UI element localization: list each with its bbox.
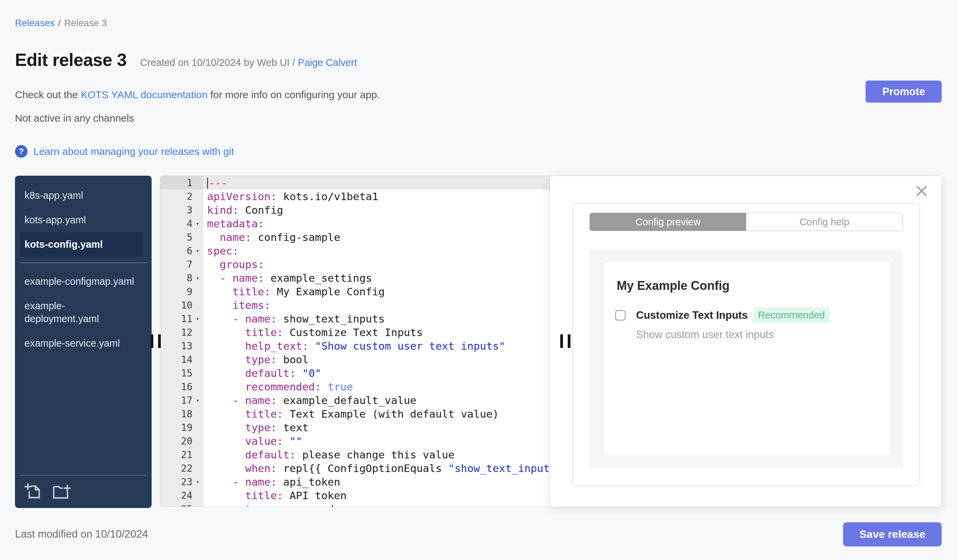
code-line-12[interactable]: title: Customize Text Inputs <box>203 326 551 339</box>
docs-line: Check out the KOTS YAML documentation fo… <box>15 89 380 101</box>
code-line-25[interactable]: type: password <box>203 502 551 507</box>
git-help-row: ? Learn about managing your releases wit… <box>15 145 234 158</box>
gutter-line-22: 22 <box>160 462 203 475</box>
sidebar-file-kots-app.yaml[interactable]: kots-app.yaml <box>21 207 143 232</box>
code-line-1[interactable]: --- <box>203 176 551 190</box>
sidebar-file-k8s-app.yaml[interactable]: k8s-app.yaml <box>21 183 143 207</box>
gutter-line-20: 20 <box>160 434 203 448</box>
breadcrumb: Releases/Release 3 <box>15 18 107 28</box>
gutter-line-19: 19 <box>160 421 203 434</box>
title-row: Edit release 3 Created on 10/10/2024 by … <box>15 50 357 70</box>
gutter-line-24: 24 <box>160 489 203 502</box>
code-line-23[interactable]: - name: api_token <box>203 475 551 489</box>
config-group-card: My Example Config Customize Text Inputs … <box>604 262 890 455</box>
code-line-14[interactable]: type: bool <box>203 353 551 366</box>
code-line-3[interactable]: kind: Config <box>203 203 551 217</box>
created-on-text: Created on 10/10/2024 by Web UI / Paige … <box>140 57 357 68</box>
config-preview-panel: Config preview Config help My Example Co… <box>550 176 942 507</box>
page-title: Edit release 3 <box>15 50 127 70</box>
text-cursor <box>207 178 208 188</box>
code-line-4[interactable]: metadata: <box>203 217 551 230</box>
gutter-line-15: 15 <box>160 366 203 380</box>
code-line-20[interactable]: value: "" <box>203 434 551 448</box>
question-mark-icon: ? <box>15 145 27 158</box>
config-item-help-text: Show custom user text inputs <box>636 329 890 341</box>
fold-toggle-icon[interactable]: ▾ <box>192 220 203 227</box>
gutter-line-5: 5 <box>160 230 203 244</box>
tab-config-preview[interactable]: Config preview <box>590 213 746 231</box>
add-file-icon[interactable] <box>24 483 41 499</box>
add-folder-icon[interactable] <box>53 483 71 499</box>
sidebar-resize-handle[interactable] <box>151 334 161 348</box>
config-item-label: Customize Text Inputs <box>636 309 747 321</box>
breadcrumb-releases-link[interactable]: Releases <box>15 18 55 28</box>
gutter-line-21: 21 <box>160 448 203 462</box>
docs-suffix: for more info on configuring your app. <box>207 89 380 100</box>
breadcrumb-separator: / <box>58 18 61 28</box>
breadcrumb-current: Release 3 <box>64 18 107 28</box>
gutter-line-14: 14 <box>160 353 203 366</box>
panel-resize-handle[interactable] <box>560 334 571 348</box>
author-link[interactable]: Paige Calvert <box>298 57 357 68</box>
gutter-line-1: 1 <box>160 176 203 190</box>
gutter-line-7: 7 <box>160 258 203 271</box>
editor-gutter: 1234▾56▾78▾91011▾121314151617▾1819202122… <box>160 176 203 507</box>
code-line-17[interactable]: - name: example_default_value <box>203 394 551 407</box>
config-group-title: My Example Config <box>617 278 890 293</box>
fold-toggle-icon[interactable]: ▾ <box>192 478 203 485</box>
gutter-line-4: 4▾ <box>160 217 203 230</box>
gutter-line-25: 25 <box>160 502 203 507</box>
sidebar-file-kots-config.yaml[interactable]: kots-config.yaml <box>21 232 143 256</box>
fold-toggle-icon[interactable]: ▾ <box>192 315 203 322</box>
gutter-line-23: 23▾ <box>160 475 203 489</box>
file-list-divider <box>21 263 147 263</box>
code-line-11[interactable]: - name: show_text_inputs <box>203 312 551 326</box>
code-line-19[interactable]: type: text <box>203 421 551 434</box>
code-line-8[interactable]: - name: example_settings <box>203 271 551 285</box>
code-line-22[interactable]: when: repl{{ ConfigOptionEquals "show_te… <box>203 462 551 475</box>
tab-config-help[interactable]: Config help <box>746 213 902 231</box>
code-line-21[interactable]: default: please change this value <box>203 448 551 462</box>
code-line-9[interactable]: title: My Example Config <box>203 285 551 298</box>
config-item-row: Customize Text Inputs Recommended <box>615 307 890 323</box>
editor-code-area[interactable]: ---apiVersion: kots.io/v1beta1kind: Conf… <box>203 176 551 507</box>
code-line-7[interactable]: groups: <box>203 258 551 271</box>
file-list: k8s-app.yamlkots-app.yamlkots-config.yam… <box>15 176 152 356</box>
code-line-13[interactable]: help_text: "Show custom user text inputs… <box>203 339 551 353</box>
preview-tabs: Config preview Config help <box>590 213 903 231</box>
gutter-line-17: 17▾ <box>160 394 203 407</box>
gutter-line-13: 13 <box>160 339 203 353</box>
customize-text-inputs-checkbox[interactable] <box>615 310 625 320</box>
sidebar-file-example-service.yaml[interactable]: example-service.yaml <box>21 331 143 356</box>
docs-prefix: Check out the <box>15 89 81 100</box>
sidebar-footer <box>21 475 147 508</box>
gutter-line-11: 11▾ <box>160 312 203 326</box>
fold-toggle-icon[interactable]: ▾ <box>192 275 203 282</box>
close-icon[interactable] <box>915 185 928 197</box>
code-line-16[interactable]: recommended: true <box>203 380 551 394</box>
fold-toggle-icon[interactable]: ▾ <box>192 397 203 404</box>
code-line-10[interactable]: items: <box>203 298 551 312</box>
gutter-line-10: 10 <box>160 298 203 312</box>
gutter-line-2: 2 <box>160 190 203 203</box>
recommended-badge: Recommended <box>753 307 830 323</box>
git-help-link[interactable]: Learn about managing your releases with … <box>33 146 234 157</box>
code-line-24[interactable]: title: API token <box>203 489 551 502</box>
kots-yaml-docs-link[interactable]: KOTS YAML documentation <box>81 89 207 100</box>
code-line-18[interactable]: title: Text Example (with default value) <box>203 407 551 421</box>
gutter-line-12: 12 <box>160 326 203 339</box>
gutter-line-8: 8▾ <box>160 271 203 285</box>
code-line-6[interactable]: spec: <box>203 244 551 258</box>
sidebar-file-example-deployment.yaml[interactable]: example-deployment.yaml <box>21 294 143 331</box>
code-line-15[interactable]: default: "0" <box>203 366 551 380</box>
sidebar-file-example-configmap.yaml[interactable]: example-configmap.yaml <box>21 269 143 294</box>
promote-button[interactable]: Promote <box>866 81 942 103</box>
last-modified-text: Last modified on 10/10/2024 <box>15 528 148 540</box>
gutter-line-9: 9 <box>160 285 203 298</box>
gutter-line-3: 3 <box>160 203 203 217</box>
fold-toggle-icon[interactable]: ▾ <box>192 247 203 254</box>
save-release-button[interactable]: Save release <box>843 522 942 546</box>
code-line-5[interactable]: name: config-sample <box>203 230 551 244</box>
created-on-prefix: Created on 10/10/2024 by Web UI / <box>140 57 295 68</box>
code-line-2[interactable]: apiVersion: kots.io/v1beta1 <box>203 190 551 203</box>
